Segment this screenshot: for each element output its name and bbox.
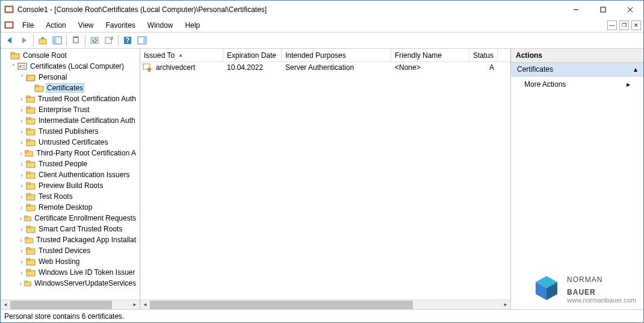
scroll-left-button[interactable]: ◄ [140,300,150,310]
scroll-right-button[interactable]: ► [130,300,140,310]
svg-rect-31 [26,107,30,108]
tree-folder[interactable]: ›Untrusted Certificates [1,137,140,148]
tree-folder[interactable]: ›Trusted Publishers [1,126,140,137]
actions-section-certificates[interactable]: Certificates ▴ [511,63,643,77]
folder-icon [26,246,36,255]
expand-icon[interactable]: › [17,128,26,135]
cell-intended: Server Authentication [282,63,391,72]
tree-folder[interactable]: ›Intermediate Certification Auth [1,115,140,126]
tree-personal[interactable]: ˅ Personal [1,72,140,83]
minimize-button[interactable] [562,1,589,19]
help-button[interactable]: ? [121,34,134,47]
menu-favorites[interactable]: Favorites [100,20,141,31]
col-intended[interactable]: Intended Purposes [282,49,391,61]
tree-root[interactable]: Console Root [1,50,140,61]
col-status[interactable]: Status [469,49,498,61]
tree-folder[interactable]: ›Trusted People [1,158,140,169]
col-expiration[interactable]: Expiration Date [223,49,282,61]
list-hscrollbar[interactable]: ◄ ► [140,299,510,309]
tree-folder[interactable]: ›Enterprise Trust [1,104,140,115]
svg-rect-45 [26,183,30,184]
folder-icon [26,268,36,277]
tree-folder[interactable]: ›Test Roots [1,191,140,202]
scroll-left-button[interactable]: ◄ [1,300,10,310]
toolbar: ? [1,32,643,49]
expand-icon[interactable]: › [17,280,24,287]
svg-rect-57 [26,248,30,249]
expand-icon[interactable]: › [17,96,26,102]
up-button[interactable] [36,34,49,47]
tree-folder[interactable]: ›Preview Build Roots [1,180,140,191]
back-button[interactable] [3,34,16,47]
refresh-button[interactable] [88,34,101,47]
forward-button[interactable] [17,34,31,47]
tree-folder[interactable]: ›Client Authentication Issuers [1,169,140,180]
menubar: File Action View Favorites Window Help —… [1,19,643,32]
expand-icon[interactable]: › [17,215,24,222]
certificate-store-icon [17,62,27,71]
expand-icon[interactable]: › [17,259,26,265]
tree-folder[interactable]: ›Smart Card Trusted Roots [1,224,140,234]
actions-header: Actions [511,49,643,63]
tree-pane: Console Root ˅ Certificates (Local Compu… [1,49,140,309]
export-button[interactable] [102,34,116,47]
svg-rect-24 [22,67,25,67]
svg-rect-59 [26,259,30,260]
close-button[interactable] [616,1,643,19]
folder-icon [26,225,36,233]
expand-icon[interactable]: › [17,150,25,157]
tree-folder[interactable]: ›Third-Party Root Certification A [1,148,140,158]
show-hide-tree-button[interactable] [51,34,64,47]
tree-folder[interactable]: ›Windows Live ID Token Issuer [1,267,140,278]
svg-rect-27 [35,85,39,87]
mdi-minimize-button[interactable]: — [607,20,617,30]
expand-icon[interactable]: › [17,139,26,146]
collapse-icon[interactable]: ˅ [17,74,26,81]
console-root-icon [10,51,20,60]
tree-cert-local[interactable]: ˅ Certificates (Local Computer) [1,61,140,72]
tree-folder[interactable]: ›Trusted Devices [1,245,140,256]
svg-rect-35 [26,128,30,130]
tree-folder[interactable]: ›Web Hosting [1,256,140,267]
expand-icon[interactable]: › [17,118,26,124]
menu-view[interactable]: View [72,20,100,31]
menu-help[interactable]: Help [179,20,206,31]
maximize-button[interactable] [589,1,616,19]
svg-text:?: ? [125,36,129,45]
tree-certificates-selected[interactable]: Certificates [1,83,140,93]
mdi-restore-button[interactable]: ❐ [619,20,629,30]
col-friendly[interactable]: Friendly Name [391,49,469,61]
expand-icon[interactable]: › [17,204,26,211]
expand-icon[interactable]: › [17,172,26,178]
tree-folder[interactable]: ›Certificate Enrollment Requests [1,213,140,224]
menu-file[interactable]: File [16,20,40,31]
folder-icon [26,95,35,103]
menu-window[interactable]: Window [141,20,179,31]
tree-folder[interactable]: ›WindowsServerUpdateServices [1,278,140,289]
expand-icon[interactable]: › [17,269,26,276]
show-hide-action-button[interactable] [135,34,149,47]
mdi-close-button[interactable]: ✕ [631,20,641,30]
expand-icon[interactable]: › [17,183,26,189]
collapse-up-icon: ▴ [634,65,637,74]
actions-more[interactable]: More Actions ▸ [511,77,643,92]
list-row[interactable]: archivedcert 10.04.2022 Server Authentic… [140,62,510,73]
tree-hscrollbar[interactable]: ◄ ► [1,299,140,309]
svg-rect-1 [6,7,12,11]
menu-action[interactable]: Action [40,20,72,31]
expand-icon[interactable]: › [17,226,26,233]
certificate-icon [143,63,152,72]
tree-folder[interactable]: ›Remote Desktop [1,202,140,213]
expand-icon[interactable]: › [17,193,26,200]
expand-icon[interactable]: › [17,107,26,113]
tree-folder[interactable]: ›Trusted Packaged App Installat [1,234,140,245]
expand-icon[interactable]: › [17,248,26,254]
status-text: Personal store contains 6 certificates. [4,312,124,321]
col-issued-to[interactable]: Issued To▲ [140,49,223,61]
expand-icon[interactable]: › [17,161,26,168]
collapse-icon[interactable]: ˅ [9,63,17,70]
tree-folder[interactable]: ›Trusted Root Certification Auth [1,93,140,104]
expand-icon[interactable]: › [17,237,25,243]
copy-button[interactable] [69,34,82,47]
scroll-right-button[interactable]: ► [501,300,510,310]
